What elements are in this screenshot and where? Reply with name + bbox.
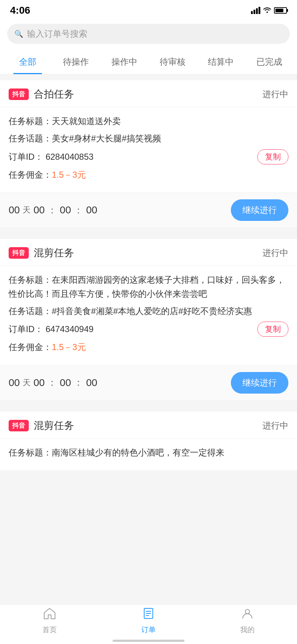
home-indicator [113, 640, 184, 642]
card-1-sep1: ： [47, 204, 57, 217]
card-3-header: 抖音 混剪任务 进行中 [0, 412, 297, 439]
card-3-body: 任务标题：南海区桂城少有的特色小酒吧，有空一定得来 [0, 439, 297, 470]
card-1-days-unit: 天 [23, 205, 31, 216]
douyin-badge-3: 抖音 [9, 420, 29, 431]
nav-mine-label: 我的 [240, 625, 255, 635]
svg-point-4 [245, 609, 250, 614]
card-2-title: 混剪任务 [34, 246, 74, 260]
card-2-countdown: 00 天 00 ： 00 ： 00 [9, 376, 97, 389]
nav-home-label: 首页 [42, 625, 57, 635]
douyin-badge-1: 抖音 [9, 89, 29, 100]
card-3-task-title: 任务标题：南海区桂城少有的特色小酒吧，有空一定得来 [9, 446, 288, 459]
card-1-countdown: 00 天 00 ： 00 ： 00 [9, 204, 97, 217]
status-icons [251, 6, 287, 15]
card-1-header: 抖音 合拍任务 进行中 [0, 80, 297, 107]
card-1-commission-label: 任务佣金： [9, 170, 52, 180]
card-1-order-id-row: 订单ID： 6284040853 复制 [9, 149, 288, 164]
card-2-task-tags: 任务话题：#抖音美食#湘菜#本地人爱吃的店#好吃不贵经济实惠 [9, 304, 288, 318]
card-2-seconds: 00 [86, 377, 97, 389]
card-1-seconds: 00 [86, 204, 97, 216]
card-2-header: 抖音 混剪任务 进行中 [0, 239, 297, 266]
card-2-days: 00 [9, 377, 20, 389]
card-2-footer: 00 天 00 ： 00 ： 00 继续进行 [0, 365, 297, 400]
card-1-footer: 00 天 00 ： 00 ： 00 继续进行 [0, 192, 297, 227]
search-icon: 🔍 [14, 30, 23, 38]
tab-billing[interactable]: 结算中 [197, 50, 245, 74]
card-2-sep2: ： [74, 376, 83, 389]
tabs-bar: 全部 待操作 操作中 待审核 结算中 已完成 [0, 50, 297, 74]
card-1-commission-value: 1.5－3元 [52, 170, 86, 180]
signal-icon [251, 7, 260, 14]
home-icon [43, 607, 56, 623]
card-2-commission-value: 1.5－3元 [52, 342, 86, 352]
task-card-1: 抖音 合拍任务 进行中 任务标题：天天就知道送外卖 任务话题：美女#身材#大长腿… [0, 80, 297, 227]
tab-all[interactable]: 全部 [4, 50, 52, 74]
card-1-continue-btn[interactable]: 继续进行 [231, 199, 288, 221]
card-2-commission: 任务佣金：1.5－3元 [9, 340, 288, 354]
card-3-status: 进行中 [262, 420, 288, 431]
card-1-status: 进行中 [262, 89, 288, 100]
card-2-hours: 00 [33, 377, 45, 389]
card-2-sep1: ： [47, 376, 57, 389]
tab-pending[interactable]: 待操作 [52, 50, 100, 74]
card-2-minutes: 00 [60, 377, 71, 389]
task-card-2: 抖音 混剪任务 进行中 任务标题：在耒阳西湖游园旁的这家老矮子大排档，口味好，回… [0, 239, 297, 400]
nav-order[interactable]: 订单 [99, 605, 198, 637]
card-1-title: 合拍任务 [34, 87, 74, 101]
status-bar: 4:06 [0, 0, 297, 19]
search-bar-wrap: 🔍 输入订单号搜索 [0, 19, 297, 50]
search-bar[interactable]: 🔍 输入订单号搜索 [7, 24, 290, 44]
nav-order-label: 订单 [141, 625, 156, 635]
card-2-continue-btn[interactable]: 继续进行 [231, 372, 288, 394]
tab-in-progress[interactable]: 操作中 [100, 50, 148, 74]
card-1-copy-btn[interactable]: 复制 [257, 149, 288, 164]
card-1-hours: 00 [33, 204, 45, 216]
card-2-header-left: 抖音 混剪任务 [9, 246, 74, 260]
card-2-order-id: 订单ID： 6474340949 [9, 322, 93, 336]
card-2-order-id-row: 订单ID： 6474340949 复制 [9, 322, 288, 337]
wifi-icon [263, 6, 271, 15]
card-1-task-tags: 任务话题：美女#身材#大长腿#搞笑视频 [9, 132, 288, 145]
order-icon [142, 607, 155, 623]
status-time: 4:06 [10, 5, 30, 16]
mine-icon [241, 607, 254, 623]
card-2-copy-btn[interactable]: 复制 [257, 322, 288, 337]
card-3-title: 混剪任务 [34, 419, 74, 432]
bottom-nav: 首页 订单 我的 [0, 604, 297, 644]
card-1-order-id: 订单ID： 6284040853 [9, 150, 93, 164]
card-1-body: 任务标题：天天就知道送外卖 任务话题：美女#身材#大长腿#搞笑视频 订单ID： … [0, 107, 297, 192]
task-card-3: 抖音 混剪任务 进行中 任务标题：南海区桂城少有的特色小酒吧，有空一定得来 [0, 412, 297, 470]
card-2-commission-label: 任务佣金： [9, 342, 52, 352]
card-3-header-left: 抖音 混剪任务 [9, 419, 74, 432]
nav-home[interactable]: 首页 [0, 605, 99, 637]
douyin-badge-2: 抖音 [9, 247, 29, 259]
content-area: 抖音 合拍任务 进行中 任务标题：天天就知道送外卖 任务话题：美女#身材#大长腿… [0, 74, 297, 519]
card-1-task-title: 任务标题：天天就知道送外卖 [9, 114, 288, 128]
card-2-task-title: 任务标题：在耒阳西湖游园旁的这家老矮子大排档，口味好，回头客多，性价比高！而且停… [9, 273, 288, 301]
card-1-minutes: 00 [60, 204, 71, 216]
card-1-sep2: ： [74, 204, 83, 217]
card-2-days-unit: 天 [23, 377, 31, 388]
card-1-header-left: 抖音 合拍任务 [9, 87, 74, 101]
nav-mine[interactable]: 我的 [198, 605, 297, 637]
card-2-body: 任务标题：在耒阳西湖游园旁的这家老矮子大排档，口味好，回头客多，性价比高！而且停… [0, 266, 297, 365]
search-placeholder: 输入订单号搜索 [27, 28, 87, 40]
battery-icon [274, 7, 287, 14]
card-1-days: 00 [9, 204, 20, 216]
tab-done[interactable]: 已完成 [245, 50, 293, 74]
card-1-commission: 任务佣金：1.5－3元 [9, 168, 288, 182]
tab-review[interactable]: 待审核 [148, 50, 197, 74]
card-2-status: 进行中 [262, 247, 288, 259]
